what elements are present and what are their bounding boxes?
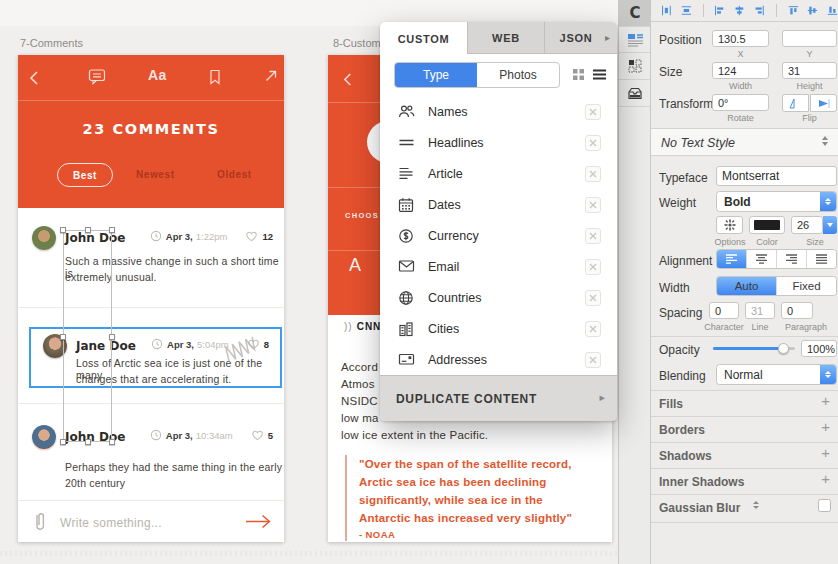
width-auto-button[interactable]: Auto [717, 277, 777, 295]
article-line[interactable]: low ma [341, 412, 379, 424]
opacity-field[interactable]: 100% [801, 340, 837, 357]
align-top-icon[interactable] [788, 4, 799, 17]
gaussian-blur-checkbox[interactable] [818, 499, 831, 512]
send-arrow-icon[interactable] [245, 514, 272, 529]
distribute-horizontally-icon[interactable] [661, 4, 672, 17]
filter-best-button[interactable]: Best [57, 163, 113, 187]
quote-line[interactable]: "Over the span of the satellite record, [359, 458, 572, 470]
article-line[interactable]: Atmos [341, 378, 375, 390]
text-align-justify-button[interactable] [807, 250, 836, 268]
data-item-article[interactable]: Article [380, 159, 617, 190]
article-line[interactable]: low ice extent in the Pacific. [341, 429, 488, 441]
remove-item-button[interactable] [585, 290, 601, 306]
craft-logo[interactable]: C [619, 0, 651, 27]
segment-photos[interactable]: Photos [477, 63, 559, 87]
tab-json[interactable]: JSON [545, 22, 607, 54]
add-shadow-button[interactable]: + [821, 444, 830, 461]
text-align-center-button[interactable] [747, 250, 777, 268]
text-style-selector[interactable]: No Text Style [651, 128, 838, 156]
data-item-cities[interactable]: Cities [380, 314, 617, 345]
share-arrow-icon[interactable] [264, 69, 278, 83]
flip-vertical-button[interactable] [810, 94, 837, 112]
font-size-stepper[interactable] [823, 216, 837, 234]
comment-text-line[interactable]: 20th century [65, 477, 125, 489]
font-size-field[interactable]: 26 [791, 216, 823, 234]
add-fill-button[interactable]: + [821, 392, 830, 409]
position-y-field[interactable] [782, 30, 837, 47]
size-height-field[interactable]: 31 [782, 62, 837, 79]
drop-cap[interactable]: A [349, 255, 361, 276]
comment-row[interactable]: John Doe Apr 3, 10:34am 5 Perhaps they h… [18, 415, 284, 500]
bookmark-icon[interactable] [208, 69, 222, 85]
duplicate-content-button[interactable]: DUPLICATE CONTENT ▸ [380, 375, 617, 421]
add-inner-shadow-button[interactable]: + [821, 470, 830, 487]
comment-text-line[interactable]: changes that are accelerating it. [76, 373, 231, 385]
data-item-email[interactable]: Email [380, 252, 617, 283]
data-item-names[interactable]: Names [380, 97, 617, 128]
back-chevron-icon[interactable] [28, 70, 42, 86]
avatar[interactable] [43, 334, 67, 358]
data-item-countries[interactable]: Countries [380, 283, 617, 314]
comment-row[interactable]: John Doe Apr 3, 1:22pm 12 Such a massive… [18, 215, 284, 307]
list-view-icon[interactable] [592, 68, 607, 81]
data-item-dates[interactable]: Dates [380, 190, 617, 221]
filter-oldest-button[interactable]: Oldest [217, 169, 252, 180]
craft-data-tool-icon[interactable] [619, 27, 651, 53]
composer-placeholder[interactable]: Write something... [60, 516, 162, 530]
tab-custom[interactable]: CUSTOM [380, 22, 468, 55]
text-size-icon[interactable]: Aa [148, 67, 167, 83]
article-line[interactable]: NSIDC [341, 395, 378, 407]
tab-web[interactable]: WEB [468, 22, 545, 54]
grid-view-icon[interactable] [572, 68, 585, 81]
comment-author[interactable]: Jane Doe [76, 339, 136, 353]
artboard-label-custom[interactable]: 8-Custom [333, 37, 381, 49]
remove-item-button[interactable] [585, 197, 601, 213]
craft-duplicate-tool-icon[interactable] [619, 53, 651, 80]
attachment-paperclip-icon[interactable] [32, 511, 48, 533]
remove-item-button[interactable] [585, 166, 601, 182]
paragraph-spacing-field[interactable]: 0 [781, 302, 813, 319]
heart-icon[interactable] [245, 230, 258, 242]
fills-section[interactable]: Fills [659, 397, 683, 411]
tabs-overflow-arrow[interactable]: ▸ [605, 32, 610, 43]
segment-type[interactable]: Type [395, 63, 477, 87]
text-options-button[interactable] [716, 216, 743, 234]
comment-author[interactable]: John Doe [65, 430, 125, 444]
align-middle-vertical-icon[interactable] [807, 4, 818, 17]
rotate-field[interactable]: 0° [712, 94, 769, 111]
blur-type-stepper-icon[interactable] [753, 501, 759, 509]
quote-line[interactable]: Antarctic has increased very slightly" [359, 512, 572, 524]
text-align-left-button[interactable] [717, 250, 747, 268]
stepper-icon[interactable] [822, 136, 828, 146]
remove-item-button[interactable] [585, 259, 601, 275]
quote-line[interactable]: significantly, while sea ice in the [359, 494, 543, 506]
quote-line[interactable]: Arctic sea ice has been declining [359, 476, 546, 488]
typeface-field[interactable]: Montserrat [716, 166, 837, 186]
avatar[interactable] [32, 226, 56, 250]
remove-item-button[interactable] [585, 228, 601, 244]
align-right-icon[interactable] [754, 4, 765, 17]
data-item-currency[interactable]: Currency [380, 221, 617, 252]
comment-text-line[interactable]: extremely unusual. [65, 271, 157, 283]
remove-item-button[interactable] [585, 104, 601, 120]
gaussian-blur-section[interactable]: Gaussian Blur [659, 501, 740, 515]
text-color-swatch[interactable] [749, 216, 785, 234]
comment-author[interactable]: John Doe [65, 231, 125, 245]
add-border-button[interactable]: + [821, 418, 830, 435]
remove-item-button[interactable] [585, 352, 601, 368]
remove-item-button[interactable] [585, 321, 601, 337]
artboard-comments[interactable]: Aa 23 COMMENTS Best Newest Oldest John D… [18, 55, 284, 542]
align-left-icon[interactable] [714, 4, 725, 17]
back-chevron-icon[interactable] [342, 72, 355, 87]
article-line[interactable]: Accord [341, 361, 378, 373]
blending-dropdown[interactable]: Normal [716, 364, 837, 385]
size-width-field[interactable]: 124 [712, 62, 769, 79]
position-x-field[interactable]: 130.5 [712, 30, 769, 47]
line-spacing-field[interactable]: 31 [745, 302, 775, 319]
borders-section[interactable]: Borders [659, 423, 705, 437]
data-item-headlines[interactable]: Headlines [380, 128, 617, 159]
inner-shadows-section[interactable]: Inner Shadows [659, 475, 744, 489]
cnn-brand[interactable]: ))CNN [344, 321, 381, 332]
data-item-addresses[interactable]: Addresses [380, 345, 617, 376]
text-align-right-button[interactable] [777, 250, 807, 268]
